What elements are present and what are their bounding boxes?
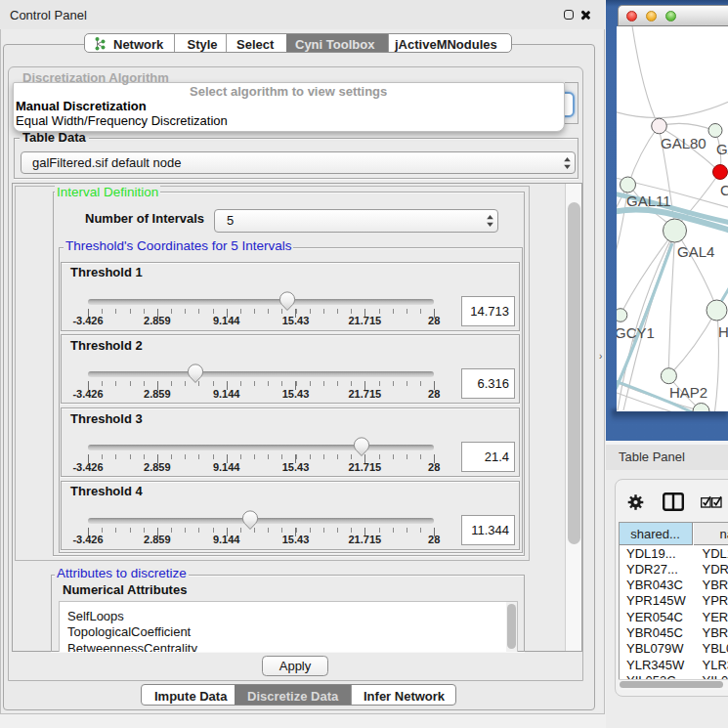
svg-text:HA: HA [718,323,728,340]
svg-text:HAP2: HAP2 [669,384,707,401]
svg-text:GA: GA [716,141,728,157]
svg-text:GAL80: GAL80 [661,135,707,151]
svg-text:GCY1: GCY1 [617,324,655,341]
svg-text:GAL11: GAL11 [626,193,671,209]
svg-text:GAL4: GAL4 [677,243,714,260]
svg-text:CA: CA [720,182,728,198]
